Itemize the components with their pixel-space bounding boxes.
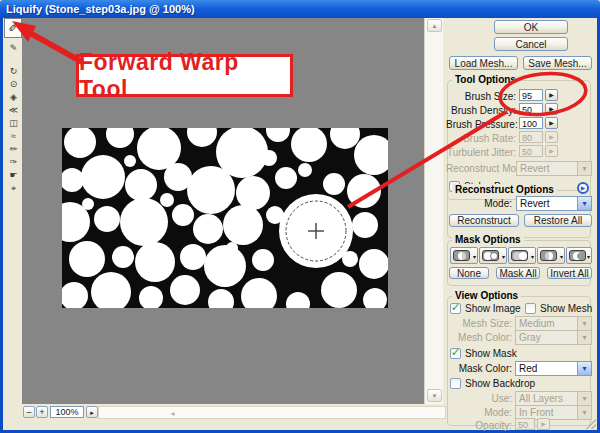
twirl-icon: ↻ bbox=[10, 66, 18, 76]
brush-rate-label: Brush Rate: bbox=[446, 133, 516, 144]
push-left-icon: ≪ bbox=[9, 105, 18, 115]
brush-rate-slider-button: ▶ bbox=[545, 131, 558, 143]
invert-all-button[interactable]: Invert All bbox=[547, 267, 592, 279]
mesh-color-dropdown: Gray▾ bbox=[515, 330, 592, 345]
use-label: Use: bbox=[446, 393, 512, 404]
show-backdrop-checkbox[interactable] bbox=[450, 378, 461, 389]
zoom-icon: ⌖ bbox=[11, 183, 16, 193]
load-mesh-button[interactable]: Load Mesh... bbox=[449, 56, 518, 70]
replace-selection-icon bbox=[453, 250, 470, 261]
turbulence-tool-button[interactable]: ≈ bbox=[6, 130, 21, 142]
ok-button[interactable]: OK bbox=[494, 20, 568, 34]
twirl-clockwise-tool-button[interactable]: ↻ bbox=[6, 65, 21, 77]
mesh-color-label: Mesh Color: bbox=[446, 332, 512, 343]
zoom-level-field[interactable]: 100% bbox=[50, 406, 84, 418]
freeze-mask-tool-button[interactable]: ✏ bbox=[6, 143, 21, 155]
brush-pressure-field[interactable]: 100 bbox=[519, 117, 543, 129]
opacity-label: Opacity: bbox=[446, 420, 512, 431]
scroll-down-icon: ▾ bbox=[433, 392, 437, 399]
reconstruct-options-title: Reconstruct Options bbox=[452, 184, 557, 195]
opacity-slider-button: ▶ bbox=[537, 418, 550, 430]
window-title: Liquify (Stone_step03a.jpg @ 100%) bbox=[6, 3, 195, 15]
title-bar[interactable]: Liquify (Stone_step03a.jpg @ 100%) bbox=[0, 0, 600, 18]
invert-selection-icon bbox=[569, 250, 586, 261]
zoom-in-button[interactable]: + bbox=[36, 406, 48, 418]
freeze-mask-icon: ✏ bbox=[10, 144, 18, 154]
turbulent-jitter-slider-button: ▶ bbox=[545, 145, 558, 157]
bloat-icon: ◈ bbox=[10, 92, 17, 102]
horizontal-scrollbar[interactable]: ◂ bbox=[98, 406, 446, 419]
dropdown-arrow-icon: ▾ bbox=[577, 162, 591, 175]
liquify-dialog: Liquify (Stone_step03a.jpg @ 100%) ✐ ✎ ↻… bbox=[0, 0, 600, 433]
mask-icon-row: ▾ ▾ ▾ ▾ ▾ bbox=[446, 247, 592, 265]
mask-intersect-with-selection-button[interactable]: ▾ bbox=[537, 247, 565, 264]
scroll-up-button[interactable]: ▴ bbox=[427, 19, 442, 32]
brush-density-slider-button[interactable]: ▶ bbox=[545, 103, 558, 115]
push-left-tool-button[interactable]: ≪ bbox=[6, 104, 21, 116]
brush-pressure-slider-button[interactable]: ▶ bbox=[545, 117, 558, 129]
mesh-size-label: Mesh Size: bbox=[446, 318, 512, 329]
resize-grip[interactable] bbox=[586, 419, 596, 429]
mask-subtract-from-selection-button[interactable]: ▾ bbox=[508, 247, 536, 264]
restore-all-button[interactable]: Restore All bbox=[524, 214, 592, 227]
mask-add-to-selection-button[interactable]: ▾ bbox=[479, 247, 507, 264]
bottom-bar: – + 100% ▸ ◂ bbox=[3, 404, 446, 421]
add-to-selection-icon bbox=[482, 250, 499, 261]
save-mesh-button[interactable]: Save Mesh... bbox=[523, 56, 592, 70]
reconstruct-button[interactable]: Reconstruct bbox=[449, 214, 519, 227]
reconstruct-mode2-label: Mode: bbox=[466, 198, 512, 209]
dropdown-arrow-icon: ▾ bbox=[577, 331, 591, 344]
forward-warp-tool-button[interactable]: ✐ bbox=[4, 18, 22, 38]
reconstruct-icon: ✎ bbox=[10, 43, 18, 53]
show-image-checkbox[interactable] bbox=[450, 303, 461, 314]
zoom-popup-button[interactable]: ▸ bbox=[86, 406, 98, 418]
mask-color-dropdown[interactable]: Red▾ bbox=[515, 361, 592, 376]
vertical-scrollbar[interactable]: ▴ ▾ bbox=[424, 18, 443, 404]
brush-density-field[interactable]: 50 bbox=[519, 103, 543, 115]
mask-all-button[interactable]: Mask All bbox=[496, 267, 540, 279]
mask-replace-selection-button[interactable]: ▾ bbox=[450, 247, 478, 264]
subtract-from-selection-icon bbox=[511, 250, 528, 261]
mirror-icon: ◫ bbox=[9, 118, 18, 128]
show-mesh-checkbox[interactable] bbox=[525, 303, 536, 314]
show-image-label: Show Image bbox=[465, 303, 521, 314]
preview-image bbox=[62, 128, 388, 308]
brush-size-field[interactable]: 95 bbox=[519, 89, 543, 101]
backdrop-mode-label: Mode: bbox=[446, 407, 512, 418]
hand-tool-button[interactable]: ☛ bbox=[6, 169, 21, 181]
turbulence-icon: ≈ bbox=[11, 131, 16, 141]
annotation-callout-text: Forward Warp Tool bbox=[79, 49, 290, 103]
reconstruct-options-expand-button[interactable]: ▶ bbox=[577, 182, 589, 194]
scroll-left-icon: ◂ bbox=[167, 408, 178, 419]
mirror-tool-button[interactable]: ◫ bbox=[6, 117, 21, 129]
annotation-callout-box: Forward Warp Tool bbox=[76, 54, 293, 97]
dropdown-arrow-icon: ▾ bbox=[577, 197, 591, 210]
show-mask-checkbox[interactable] bbox=[450, 348, 461, 359]
brush-rate-field: 80 bbox=[519, 131, 543, 143]
mask-color-label: Mask Color: bbox=[446, 363, 512, 374]
brush-size-slider-button[interactable]: ▶ bbox=[545, 89, 558, 101]
scroll-down-button[interactable]: ▾ bbox=[427, 389, 442, 402]
pucker-tool-button[interactable]: ⊙ bbox=[6, 78, 21, 90]
dropdown-arrow-icon: ▾ bbox=[577, 406, 591, 419]
mask-none-button[interactable]: None bbox=[449, 267, 489, 279]
zoom-out-button[interactable]: – bbox=[23, 406, 35, 418]
brush-density-label: Brush Density: bbox=[446, 105, 516, 116]
show-mask-label: Show Mask bbox=[465, 348, 517, 359]
opacity-field: 50 bbox=[515, 418, 535, 430]
reconstruct-mode-dropdown: Revert▾ bbox=[516, 161, 592, 176]
zoom-tool-button[interactable]: ⌖ bbox=[6, 182, 21, 194]
thaw-mask-tool-button[interactable]: ✑ bbox=[6, 156, 21, 168]
forward-warp-icon: ✐ bbox=[8, 22, 17, 34]
turbulent-jitter-field: 50 bbox=[519, 145, 543, 157]
reconstruct-mode2-dropdown[interactable]: Revert▾ bbox=[516, 196, 592, 211]
mask-invert-selection-button[interactable]: ▾ bbox=[566, 247, 592, 264]
bloat-tool-button[interactable]: ◈ bbox=[6, 91, 21, 103]
dropdown-arrow-icon: ▾ bbox=[577, 392, 591, 405]
reconstruct-tool-button[interactable]: ✎ bbox=[6, 42, 21, 54]
reconstruct-mode-label: Reconstruct Mode: bbox=[446, 163, 514, 174]
view-options-title: View Options bbox=[452, 290, 521, 301]
turbulent-jitter-label: Turbulent Jitter: bbox=[446, 147, 516, 158]
cancel-button[interactable]: Cancel bbox=[494, 37, 568, 51]
dropdown-arrow-icon: ▾ bbox=[577, 362, 591, 375]
